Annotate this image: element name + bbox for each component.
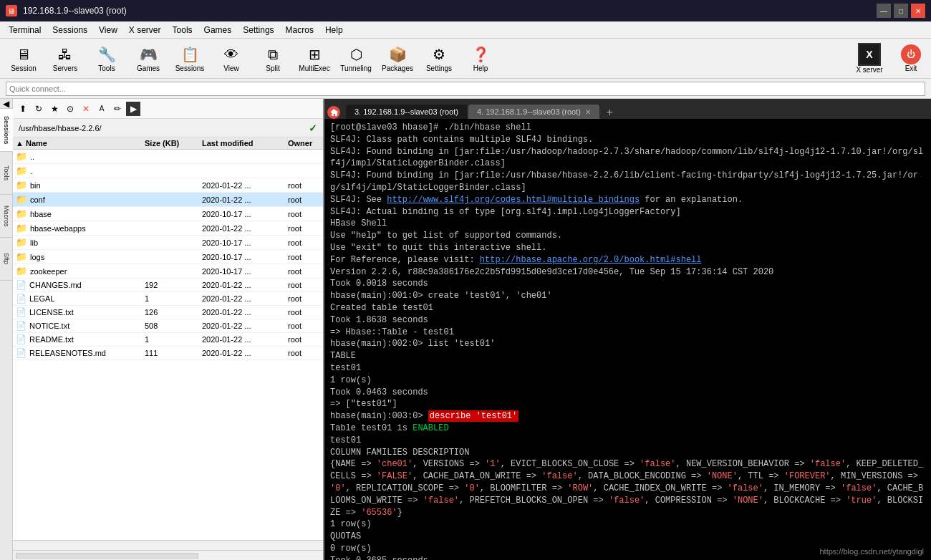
terminal-tabs: 3. 192.168.1.9--slave03 (root) 4. 192.16… [324, 99, 931, 119]
col-size[interactable]: Size (KB) [145, 139, 202, 148]
file-newfolder-btn[interactable]: ✕ [79, 102, 93, 116]
file-scrollbar[interactable] [13, 540, 323, 550]
file-row[interactable]: 📁lib 2020-10-17 ... root [13, 236, 323, 250]
file-home-btn[interactable]: ⬆ [16, 102, 30, 116]
file-name: 📄CHANGES.md [16, 280, 145, 290]
terminal-line: SLF4J: Actual binding is of type [org.sl… [330, 206, 925, 218]
exit-label: Exit [905, 64, 917, 72]
slf4j-link[interactable]: http://www.slf4j.org/codes.html#multiple… [387, 195, 640, 205]
toolbar-split[interactable]: ⧉ Split [255, 43, 291, 74]
toolbar-exit[interactable]: ⏻ Exit [897, 44, 925, 72]
terminal-line: SLF4J: Found binding in [jar:file:/usr/h… [330, 146, 925, 170]
file-modified: 2020-01-22 ... [202, 308, 288, 317]
terminal-line: [root@slave03 hbase]# ./bin/hbase shell [330, 122, 925, 134]
terminal-tab-3[interactable]: 3. 192.168.1.9--slave03 (root) [346, 105, 467, 119]
file-pencil-btn[interactable]: ✏ [110, 102, 125, 116]
toolbar-multiexec[interactable]: ⊞ MultiExec [296, 43, 332, 74]
toolbar-xserver[interactable]: X X server [848, 43, 891, 74]
tab-4-close[interactable]: ✕ [585, 108, 591, 116]
file-row[interactable]: 📄LEGAL 1 2020-01-22 ... root [13, 292, 323, 306]
hbase-link[interactable]: http://hbase.apache.org/2.0/book.html#sh… [480, 255, 702, 265]
sidebar-tab-tools[interactable]: Tools [0, 152, 13, 195]
terminal-line: hbase(main):002:0> list 'test01' [330, 338, 925, 350]
col-name[interactable]: ▲ Name [16, 139, 145, 148]
file-row[interactable]: 📄RELEASENOTES.md 111 2020-01-22 ... root [13, 347, 323, 360]
md-file-icon: 📄 [16, 280, 26, 290]
toolbar-view[interactable]: 👁 View [213, 43, 249, 74]
folder-icon: 📁 [16, 194, 27, 205]
toolbar-games-label: Games [137, 64, 160, 72]
toolbar-help[interactable]: ❓ Help [463, 43, 498, 74]
file-name: 📁hbase-webapps [16, 223, 145, 233]
toolbar: 🖥 Session 🖧 Servers 🔧 Tools 🎮 Games 📋 Se… [0, 39, 931, 79]
menu-view[interactable]: View [93, 24, 123, 37]
file-row[interactable]: 📁bin 2020-01-22 ... root [13, 178, 323, 193]
file-row[interactable]: 📄NOTICE.txt 508 2020-01-22 ... root [13, 319, 323, 333]
menu-xserver[interactable]: X server [123, 24, 167, 37]
menu-tools[interactable]: Tools [167, 24, 198, 37]
file-name: 📁hbase [16, 208, 145, 219]
terminal-line: Version 2.2.6, r88c9a386176e2c2b5fd9915d… [330, 266, 925, 279]
toolbar-packages-label: Packages [382, 64, 413, 72]
close-button[interactable]: ✕ [911, 4, 925, 18]
minimize-button[interactable]: — [877, 4, 891, 18]
toolbar-settings[interactable]: ⚙ Settings [421, 43, 457, 74]
menu-settings[interactable]: Settings [237, 24, 279, 37]
tunneling-icon: ⬡ [346, 44, 366, 64]
tab-add-button[interactable]: + [604, 106, 616, 119]
file-row[interactable]: 📁hbase-webapps 2020-01-22 ... root [13, 221, 323, 236]
file-icon: 📄 [16, 321, 26, 331]
file-path-bar: /usr/hbase/hbase-2.2.6/ ✓ [13, 119, 323, 137]
toolbar-sessions[interactable]: 📋 Sessions [172, 43, 208, 74]
horizontal-scrollbar[interactable] [16, 553, 198, 559]
terminal-line: Took 0.0463 seconds [330, 387, 925, 399]
file-row[interactable]: 📁hbase 2020-10-17 ... root [13, 207, 323, 221]
settings-icon: ⚙ [429, 44, 449, 64]
file-row[interactable]: 📁logs 2020-10-17 ... root [13, 250, 323, 264]
menu-games[interactable]: Games [198, 24, 238, 37]
file-size: 111 [145, 349, 202, 357]
toolbar-servers[interactable]: 🖧 Servers [47, 43, 83, 74]
toolbar-tools-label: Tools [98, 64, 115, 72]
toolbar-tools[interactable]: 🔧 Tools [89, 43, 125, 74]
menu-help[interactable]: Help [319, 24, 349, 37]
terminal-line: hbase(main):003:0> describe 'test01' [330, 410, 925, 423]
file-row[interactable]: 📄LICENSE.txt 126 2020-01-22 ... root [13, 306, 323, 319]
file-row[interactable]: 📄README.txt 1 2020-01-22 ... root [13, 333, 323, 347]
quick-connect-input[interactable] [6, 82, 925, 96]
terminal-home-icon[interactable] [327, 106, 340, 119]
toolbar-session[interactable]: 🖥 Session [6, 43, 42, 74]
maximize-button[interactable]: □ [894, 4, 908, 18]
file-icon: 📄 [16, 307, 26, 317]
terminal-tab-4[interactable]: 4. 192.168.1.9--slave03 (root) ✕ [468, 105, 599, 119]
terminal-content[interactable]: [root@slave03 hbase]# ./bin/hbase shellS… [324, 119, 931, 560]
file-modified: 2020-01-22 ... [202, 281, 288, 289]
sidebar-tab-sftp[interactable]: Sftp [0, 238, 13, 281]
file-row[interactable]: 📁.. [13, 150, 323, 164]
file-edit-btn[interactable]: A [95, 102, 109, 116]
file-refresh-btn[interactable]: ↻ [32, 102, 46, 116]
xserver-icon: X [858, 43, 881, 66]
toolbar-tunneling[interactable]: ⬡ Tunneling [338, 43, 374, 74]
file-row[interactable]: 📁conf 2020-01-22 ... root [13, 193, 323, 207]
file-owner: root [288, 308, 323, 317]
file-row[interactable]: 📁. [13, 164, 323, 178]
menu-terminal[interactable]: Terminal [3, 24, 47, 37]
col-modified[interactable]: Last modified [202, 139, 288, 148]
menu-sessions[interactable]: Sessions [47, 24, 93, 37]
file-filter-btn[interactable]: ⊙ [63, 102, 77, 116]
file-row[interactable]: 📁zookeeper 2020-10-17 ... root [13, 264, 323, 279]
view-icon: 👁 [221, 44, 241, 64]
file-modified: 2020-01-22 ... [202, 181, 288, 190]
folder-icon: 📁 [16, 208, 27, 219]
sidebar-tab-macros[interactable]: Macros [0, 195, 13, 238]
file-terminal-btn[interactable]: ▶ [126, 102, 140, 116]
file-row[interactable]: 📄CHANGES.md 192 2020-01-22 ... root [13, 279, 323, 292]
file-bookmark-btn[interactable]: ★ [47, 102, 62, 116]
sidebar-tab-sessions[interactable]: Sessions [0, 109, 13, 152]
toolbar-packages[interactable]: 📦 Packages [380, 43, 415, 74]
menu-macros[interactable]: Macros [280, 24, 319, 37]
toolbar-games[interactable]: 🎮 Games [130, 43, 166, 74]
sidebar-collapse-btn[interactable]: ◀ [0, 99, 12, 109]
file-panel: ⬆ ↻ ★ ⊙ ✕ A ✏ ▶ /usr/hbase/hbase-2.2.6/ … [13, 99, 324, 560]
